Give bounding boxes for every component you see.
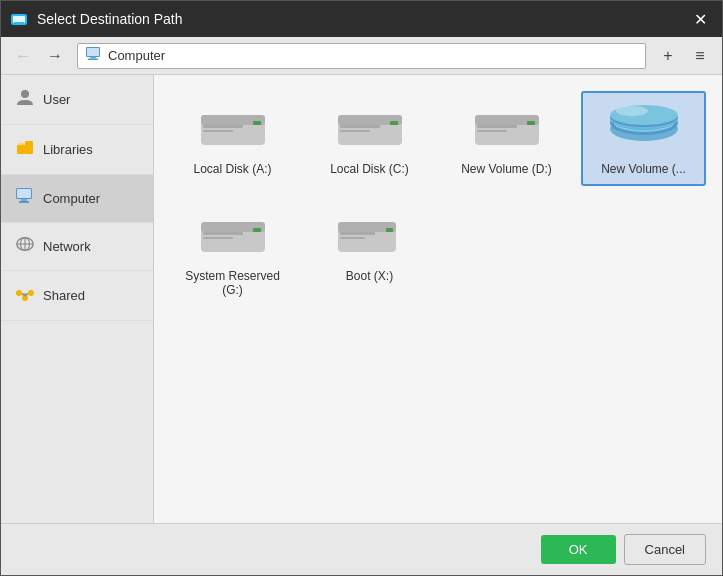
toolbar: ← → Computer + ≡ — [1, 37, 722, 75]
close-button[interactable]: ✕ — [686, 5, 714, 33]
computer-sidebar-icon — [15, 187, 35, 210]
disk-e-label: New Volume (... — [601, 162, 686, 176]
sidebar-label-user: User — [43, 92, 70, 107]
main-content: User Libraries — [1, 75, 722, 523]
svg-rect-10 — [18, 143, 24, 145]
svg-rect-8 — [17, 145, 25, 154]
bottom-bar: OK Cancel — [1, 523, 722, 575]
sidebar-item-user[interactable]: User — [1, 75, 153, 125]
computer-icon — [86, 47, 102, 64]
svg-rect-51 — [203, 232, 243, 235]
svg-rect-5 — [90, 57, 96, 59]
svg-rect-13 — [21, 199, 27, 201]
svg-rect-12 — [17, 189, 31, 198]
file-area: Local Disk (A:) Local Disk (C:) — [154, 75, 722, 523]
svg-rect-29 — [203, 130, 233, 132]
svg-rect-57 — [340, 237, 365, 239]
dialog-title: Select Destination Path — [37, 11, 686, 27]
disk-d-icon — [467, 101, 547, 156]
svg-rect-55 — [386, 228, 393, 232]
svg-rect-39 — [477, 130, 507, 132]
file-grid: Local Disk (A:) Local Disk (C:) — [170, 91, 706, 307]
user-icon — [15, 87, 35, 112]
sidebar-item-shared[interactable]: Shared — [1, 271, 153, 321]
sidebar-item-libraries[interactable]: Libraries — [1, 125, 153, 175]
svg-rect-32 — [390, 121, 398, 125]
cancel-button[interactable]: Cancel — [624, 534, 706, 565]
svg-point-47 — [616, 106, 648, 116]
network-icon — [15, 235, 35, 258]
disk-x-label: Boot (X:) — [346, 269, 393, 283]
sidebar-item-network[interactable]: Network — [1, 223, 153, 271]
disk-g-icon — [193, 208, 273, 263]
disk-e-icon — [604, 101, 684, 156]
breadcrumb-bar: Computer — [77, 43, 646, 69]
svg-rect-34 — [340, 130, 370, 132]
back-button[interactable]: ← — [9, 42, 37, 70]
svg-rect-37 — [527, 121, 535, 125]
sidebar-label-computer: Computer — [43, 191, 100, 206]
disk-a-label: Local Disk (A:) — [193, 162, 271, 176]
svg-rect-9 — [25, 141, 33, 154]
sidebar-item-computer[interactable]: Computer — [1, 175, 153, 223]
svg-rect-2 — [14, 22, 24, 24]
svg-rect-56 — [340, 232, 375, 235]
breadcrumb-text: Computer — [108, 48, 165, 63]
list-item[interactable]: New Volume (D:) — [444, 91, 569, 186]
svg-rect-50 — [253, 228, 261, 232]
forward-button[interactable]: → — [41, 42, 69, 70]
list-item[interactable]: System Reserved (G:) — [170, 198, 295, 307]
svg-rect-1 — [13, 16, 25, 23]
svg-rect-28 — [203, 125, 243, 128]
svg-rect-14 — [19, 201, 29, 203]
disk-g-label: System Reserved (G:) — [180, 269, 285, 297]
svg-point-20 — [16, 290, 22, 296]
disk-c-label: Local Disk (C:) — [330, 162, 409, 176]
svg-point-7 — [21, 90, 29, 98]
svg-rect-4 — [87, 48, 99, 56]
ok-button[interactable]: OK — [541, 535, 616, 564]
disk-a-icon — [193, 101, 273, 156]
sidebar: User Libraries — [1, 75, 154, 523]
svg-rect-6 — [88, 59, 98, 61]
sidebar-label-shared: Shared — [43, 288, 85, 303]
new-folder-button[interactable]: + — [654, 42, 682, 70]
svg-rect-33 — [340, 125, 380, 128]
dialog-icon — [9, 9, 29, 29]
svg-point-21 — [28, 290, 34, 296]
list-item[interactable]: Boot (X:) — [307, 198, 432, 307]
list-item[interactable]: New Volume (... — [581, 91, 706, 186]
list-item[interactable]: Local Disk (C:) — [307, 91, 432, 186]
shared-icon — [15, 283, 35, 308]
svg-rect-52 — [203, 237, 233, 239]
svg-rect-38 — [477, 125, 517, 128]
sidebar-label-libraries: Libraries — [43, 142, 93, 157]
sidebar-label-network: Network — [43, 239, 91, 254]
title-bar: Select Destination Path ✕ — [1, 1, 722, 37]
disk-c-icon — [330, 101, 410, 156]
view-toggle-button[interactable]: ≡ — [686, 42, 714, 70]
libraries-icon — [15, 137, 35, 162]
dialog: Select Destination Path ✕ ← → Computer +… — [0, 0, 723, 576]
list-item[interactable]: Local Disk (A:) — [170, 91, 295, 186]
svg-rect-27 — [253, 121, 261, 125]
disk-d-label: New Volume (D:) — [461, 162, 552, 176]
disk-x-icon — [330, 208, 410, 263]
